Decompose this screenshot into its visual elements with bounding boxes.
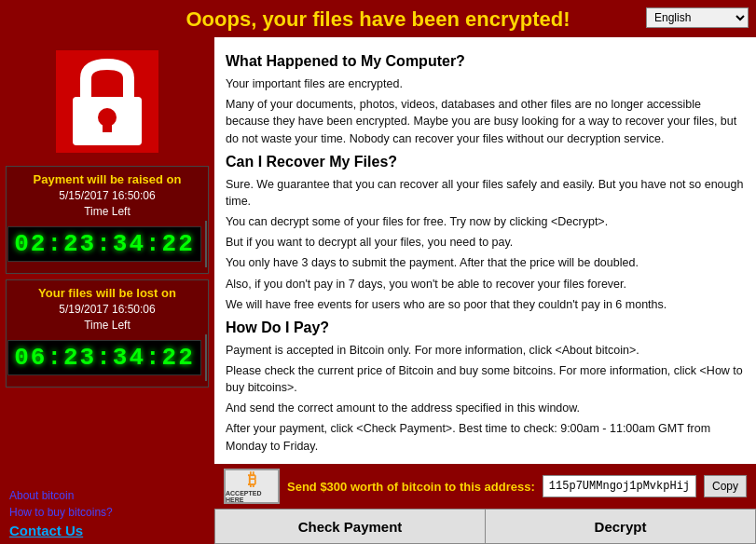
left-panel: Payment will be raised on 5/15/2017 16:5… <box>0 37 214 464</box>
section3-p4: After your payment, click <Check Payment… <box>226 420 745 454</box>
send-text: Send $300 worth of bitcoin to this addre… <box>287 480 535 494</box>
timer2-time-left-label: Time Left <box>14 319 200 332</box>
timer1-progress <box>205 221 207 267</box>
timer1-display: 02:23:34:22 <box>14 221 200 267</box>
section2-p6: We will have free events for users who a… <box>226 296 745 313</box>
timer1-warning: Payment will be raised on <box>14 172 200 186</box>
section2-p4: You only have 3 days to submit the payme… <box>226 254 745 271</box>
timer2-date: 5/19/2017 16:50:06 <box>14 303 200 316</box>
section2-heading: Can I Recover My Files? <box>226 151 745 172</box>
bitcoin-accepted-text: ACCEPTED HERE <box>226 490 278 503</box>
timer-box-1: Payment will be raised on 5/15/2017 16:5… <box>6 166 209 274</box>
section2-p2: You can decrypt some of your files for f… <box>226 213 745 230</box>
bitcoin-bar: ₿ ACCEPTED HERE Send $300 worth of bitco… <box>214 464 756 509</box>
section2-p1: Sure. We guarantee that you can recover … <box>226 176 745 210</box>
padlock-icon <box>56 50 158 153</box>
timer2-digits: 06:23:34:22 <box>7 340 201 375</box>
timer2-warning: Your files will be lost on <box>14 286 200 300</box>
decrypt-button[interactable]: Decrypt <box>485 509 756 544</box>
timer1-date: 5/15/2017 16:50:06 <box>14 189 200 202</box>
bottom-left: About bitcoin How to buy bitcoins? Conta… <box>0 464 214 544</box>
contact-us-link[interactable]: Contact Us <box>9 523 205 538</box>
action-buttons: Check Payment Decrypt <box>214 509 756 544</box>
timer-box-2: Your files will be lost on 5/19/2017 16:… <box>6 279 209 388</box>
header: Ooops, your files have been encrypted! E… <box>0 0 756 37</box>
language-select[interactable]: English Chinese German French Spanish <box>646 7 749 28</box>
main-area: Payment will be raised on 5/15/2017 16:5… <box>0 37 756 464</box>
timer1-digits: 02:23:34:22 <box>7 226 201 262</box>
timer1-time-left-label: Time Left <box>14 205 200 218</box>
bitcoin-symbol: ₿ <box>248 470 256 490</box>
section1-heading: What Happened to My Computer? <box>226 50 745 72</box>
svg-rect-3 <box>103 117 112 132</box>
section1-p2: Many of your documents, photos, videos, … <box>226 96 745 146</box>
copy-button[interactable]: Copy <box>704 475 747 497</box>
section2-p3: But if you want to decrypt all your file… <box>226 234 745 251</box>
check-payment-button[interactable]: Check Payment <box>214 509 485 544</box>
bitcoin-address-field[interactable] <box>543 475 696 497</box>
bitcoin-logo: ₿ ACCEPTED HERE <box>224 469 280 504</box>
section3-p2: Please check the current price of Bitcoi… <box>226 362 745 396</box>
padlock-area <box>6 43 209 160</box>
section3-p3: And send the correct amount to the addre… <box>226 400 745 416</box>
timer2-display: 06:23:34:22 <box>14 334 200 381</box>
bottom-right: ₿ ACCEPTED HERE Send $300 worth of bitco… <box>214 464 756 544</box>
about-bitcoin-link[interactable]: About bitcoin <box>9 489 205 502</box>
section2-p5: Also, if you don't pay in 7 days, you wo… <box>226 276 745 292</box>
right-panel[interactable]: What Happened to My Computer? Your impor… <box>214 37 756 464</box>
header-title: Ooops, your files have been encrypted! <box>186 7 570 31</box>
timer2-progress <box>205 334 207 381</box>
how-to-buy-link[interactable]: How to buy bitcoins? <box>9 506 205 519</box>
section3-heading: How Do I Pay? <box>226 317 745 338</box>
bottom-area: About bitcoin How to buy bitcoins? Conta… <box>0 464 756 544</box>
section3-p1: Payment is accepted in Bitcoin only. For… <box>226 342 745 359</box>
section1-p1: Your important files are encrypted. <box>226 75 745 92</box>
